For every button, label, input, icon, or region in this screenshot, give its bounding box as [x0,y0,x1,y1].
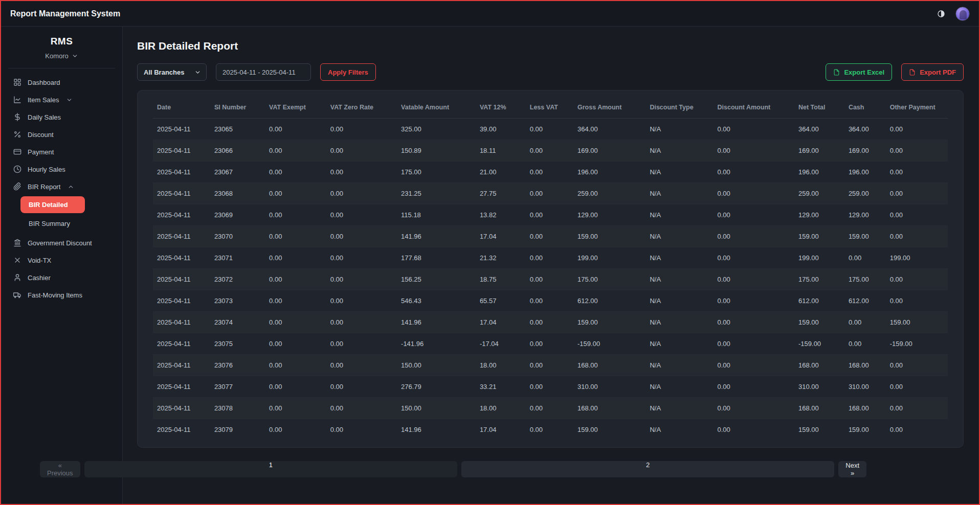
table-cell: 0.00 [714,333,795,355]
sidebar-item-bir-detailed[interactable]: BIR Detailed [20,196,85,213]
sidebar-item-government-discount[interactable]: Government Discount [1,234,122,251]
table-cell: 0.00 [326,290,397,312]
table-cell: 0.00 [526,290,573,312]
column-header: Vatable Amount [397,96,476,119]
truck-icon [13,291,21,299]
table-cell: -141.96 [397,333,476,355]
table-cell: 0.00 [265,355,326,376]
table-cell: 150.00 [397,355,476,376]
table-cell: 0.00 [265,162,326,183]
table-cell: 168.00 [573,355,645,376]
table-cell: 0.00 [714,119,795,140]
table-row: 2025-04-11230790.000.00141.9617.040.0015… [153,419,948,441]
sidebar-item-item-sales[interactable]: Item Sales [1,91,122,108]
table-cell: 27.75 [476,183,526,204]
sidebar-item-bir-report[interactable]: BIR Report [1,178,122,195]
table-cell: 0.00 [886,398,948,419]
table-cell: 129.00 [794,204,844,226]
table-cell: 199.00 [886,247,948,269]
table-cell: 23066 [210,140,265,162]
table-cell: 23070 [210,226,265,247]
sidebar-item-label: Discount [28,131,54,139]
table-cell: 159.00 [573,419,645,441]
clock-icon [13,165,21,173]
sidebar-item-bir-summary[interactable]: BIR Summary [20,215,85,232]
table-cell: 0.00 [526,376,573,398]
sidebar-item-discount[interactable]: Discount [1,126,122,143]
table-cell: N/A [645,355,713,376]
table-cell: 612.00 [794,290,844,312]
table-cell: 0.00 [714,398,795,419]
table-cell: 0.00 [844,312,886,333]
export-pdf-label: Export PDF [920,68,956,76]
table-cell: 0.00 [526,183,573,204]
sidebar-item-void-tx[interactable]: Void-TX [1,251,122,269]
table-cell: 0.00 [265,312,326,333]
page-button-1[interactable]: 1 [84,461,457,477]
apply-filters-button[interactable]: Apply Filters [320,63,376,81]
table-cell: 0.00 [714,140,795,162]
table-cell: 17.04 [476,226,526,247]
sidebar-item-label: Daily Sales [28,113,61,121]
table-cell: 0.00 [526,119,573,140]
table-cell: 168.00 [844,355,886,376]
table-cell: 0.00 [526,269,573,290]
branch-filter-select[interactable]: All Branches [137,63,207,81]
user-avatar[interactable] [955,7,970,21]
table-cell: 2025-04-11 [153,204,210,226]
page-title: BIR Detailed Report [137,40,964,52]
branch-selector[interactable]: Komoro [1,52,122,60]
sidebar-item-hourly-sales[interactable]: Hourly Sales [1,160,122,178]
sidebar-item-daily-sales[interactable]: Daily Sales [1,108,122,126]
date-range-input[interactable] [216,63,311,81]
table-cell: 2025-04-11 [153,333,210,355]
bir-report-submenu: BIR Detailed BIR Summary [1,195,122,234]
table-cell: 196.00 [844,162,886,183]
table-cell: N/A [645,333,713,355]
theme-toggle-icon[interactable] [937,8,948,19]
table-cell: 0.00 [714,312,795,333]
sidebar-item-label: Payment [28,148,54,156]
table-cell: 0.00 [265,204,326,226]
table-cell: 18.75 [476,269,526,290]
table-cell: 129.00 [573,204,645,226]
app-header: Report Management System [1,1,979,27]
table-cell: 2025-04-11 [153,312,210,333]
line-chart-icon [13,96,21,104]
table-cell: 0.00 [526,247,573,269]
page-button-2[interactable]: 2 [461,461,834,477]
table-cell: 276.79 [397,376,476,398]
header-actions [937,7,970,21]
table-cell: 0.00 [714,269,795,290]
table-cell: 2025-04-11 [153,183,210,204]
dollar-icon [13,113,21,121]
table-cell: N/A [645,269,713,290]
column-header: Less VAT [526,96,573,119]
export-excel-button[interactable]: Export Excel [826,63,892,81]
table-cell: 0.00 [714,419,795,441]
table-cell: 156.25 [397,269,476,290]
table-cell: N/A [645,226,713,247]
table-row: 2025-04-11230780.000.00150.0018.000.0016… [153,398,948,419]
table-cell: 0.00 [526,162,573,183]
table-cell: 310.00 [573,376,645,398]
sidebar-item-fast-moving-items[interactable]: Fast-Moving Items [1,286,122,304]
sidebar-item-cashier[interactable]: Cashier [1,269,122,286]
table-cell: 23079 [210,419,265,441]
next-page-button[interactable]: Next » [838,461,866,477]
table-cell: -159.00 [794,333,844,355]
sidebar-item-payment[interactable]: Payment [1,143,122,160]
table-cell: 129.00 [844,204,886,226]
sidebar-item-dashboard[interactable]: Dashboard [1,74,122,91]
previous-page-button[interactable]: « Previous [40,461,80,477]
table-cell: 141.96 [397,312,476,333]
column-header: VAT Exempt [265,96,326,119]
table-cell: N/A [645,140,713,162]
table-cell: 0.00 [714,162,795,183]
column-header: SI Number [210,96,265,119]
export-pdf-button[interactable]: Export PDF [901,63,964,81]
table-cell: 0.00 [886,226,948,247]
table-cell: 0.00 [714,376,795,398]
column-header: Discount Type [645,96,713,119]
table-row: 2025-04-11230700.000.00141.9617.040.0015… [153,226,948,247]
